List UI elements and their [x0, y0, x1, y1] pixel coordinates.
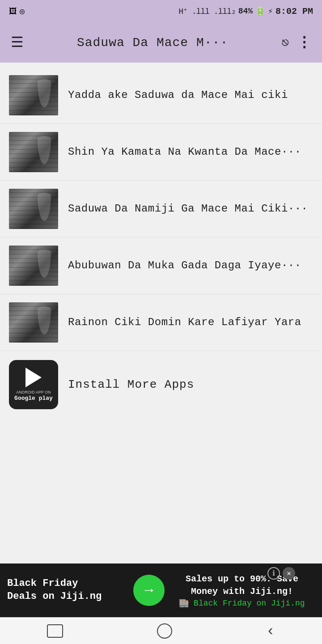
- ad-brand-text: 🏬 Black Friday on Jiji.ng: [169, 598, 315, 608]
- photo-icon: 🖼: [9, 7, 17, 16]
- ad-banner: ℹ ✕ Black FridayDeals on Jiji.ng → Sales…: [0, 564, 322, 617]
- list-item[interactable]: Abubuwan Da Muka Gada Daga Iyaye···: [0, 237, 322, 294]
- thumbnail: [9, 189, 58, 229]
- more-options-icon[interactable]: ⋮: [297, 34, 311, 51]
- share-icon[interactable]: ⎋: [281, 35, 289, 50]
- list-item[interactable]: Yadda ake Saduwa da Mace Mai ciki: [0, 67, 322, 124]
- recent-apps-button[interactable]: [47, 624, 63, 638]
- thumbnail: [9, 75, 58, 115]
- signal-icon: H⁺ .lll .lll₂: [178, 6, 236, 16]
- bottom-nav: ‹: [0, 617, 322, 644]
- back-button[interactable]: ‹: [266, 623, 275, 640]
- status-icons: H⁺ .lll .lll₂ 84% 🔋 ⚡ 8:02 PM: [178, 6, 313, 17]
- app-title: Saduwa Da Mace M···: [33, 36, 272, 50]
- item-title: Rainon Ciki Domin Kare Lafiyar Yara: [58, 314, 313, 330]
- ad-left-text: Black FridayDeals on Jiji.ng: [7, 577, 129, 603]
- battery-icon: 🔋: [255, 6, 265, 16]
- wifi-icon: ◎: [20, 6, 25, 16]
- ad-arrow-button[interactable]: →: [133, 575, 165, 606]
- action-icons: ⎋ ⋮: [281, 34, 311, 51]
- status-left-icons: 🖼 ◎: [9, 6, 25, 16]
- home-button[interactable]: [157, 623, 172, 639]
- play-store-icon: ANDROID APP ON Google play: [9, 360, 58, 409]
- list-item[interactable]: Shin Ya Kamata Na Kwanta Da Mace···: [0, 124, 322, 181]
- ad-close-button[interactable]: ✕: [283, 567, 295, 580]
- battery-percent: 84%: [238, 7, 253, 16]
- play-store-label: ANDROID APP ON Google play: [14, 390, 53, 402]
- status-time: 8:02 PM: [275, 6, 313, 17]
- ad-arrow-icon: →: [144, 582, 153, 599]
- list-item[interactable]: Saduwa Da Namiji Ga Mace Mai Ciki···: [0, 181, 322, 237]
- item-title: Yadda ake Saduwa da Mace Mai ciki: [58, 87, 313, 103]
- item-title: Shin Ya Kamata Na Kwanta Da Mace···: [58, 144, 313, 160]
- content-list: Yadda ake Saduwa da Mace Mai ciki Shin Y…: [0, 63, 322, 423]
- list-item[interactable]: Rainon Ciki Domin Kare Lafiyar Yara: [0, 294, 322, 351]
- thumbnail: [9, 246, 58, 286]
- status-bar: 🖼 ◎ H⁺ .lll .lll₂ 84% 🔋 ⚡ 8:02 PM: [0, 0, 322, 22]
- install-more-apps-item[interactable]: ANDROID APP ON Google play Install More …: [0, 351, 322, 418]
- install-title: Install More Apps: [58, 378, 313, 391]
- thumbnail: [9, 132, 58, 172]
- play-triangle-icon: [25, 368, 42, 387]
- menu-icon[interactable]: ☰: [11, 34, 24, 51]
- item-title: Abubuwan Da Muka Gada Daga Iyaye···: [58, 258, 313, 274]
- ad-info-button[interactable]: ℹ: [267, 567, 280, 580]
- ad-controls: ℹ ✕: [267, 567, 295, 580]
- app-bar: ☰ Saduwa Da Mace M··· ⎋ ⋮: [0, 22, 322, 63]
- charging-icon: ⚡: [268, 6, 273, 16]
- item-title: Saduwa Da Namiji Ga Mace Mai Ciki···: [58, 201, 313, 217]
- thumbnail: [9, 302, 58, 343]
